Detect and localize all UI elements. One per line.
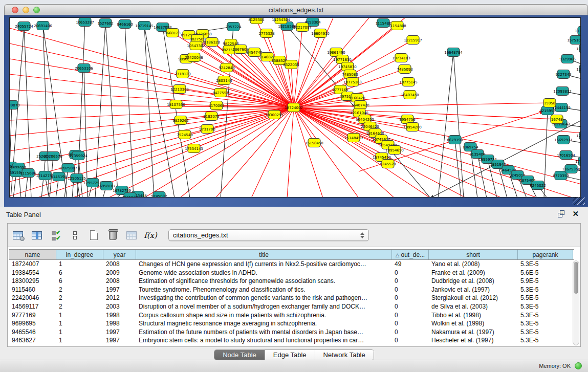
graph-node[interactable]: 8125304	[248, 18, 265, 24]
column-header-name[interactable]: name	[9, 250, 56, 259]
graph-node[interactable]: 16604910	[311, 29, 330, 38]
svg-text:12217097: 12217097	[293, 26, 312, 30]
cell-pagerank: 5.3E-5	[518, 311, 573, 320]
cell-year: 1998	[103, 311, 136, 320]
graph-node[interactable]: 15158450	[305, 139, 323, 147]
graph-node[interactable]: 8427552	[212, 89, 228, 97]
svg-text:2775328: 2775328	[258, 32, 274, 36]
create-column-icon[interactable]	[86, 228, 101, 243]
network-canvas[interactable]: 2405572420691406106532871527602846616010…	[10, 18, 581, 198]
graph-node[interactable]: 16648784	[444, 48, 463, 57]
graph-node[interactable]: 8660123	[164, 29, 180, 37]
graph-node[interactable]: 9182075	[203, 112, 219, 121]
clear-selection-icon[interactable]	[68, 228, 82, 243]
resize-grip[interactable]	[573, 198, 585, 205]
graph-node[interactable]: 7845032	[122, 193, 138, 198]
tab-node-table[interactable]: Node Table	[214, 350, 265, 360]
node-table: namein_degreeyeartitle△out_de...shortpag…	[9, 249, 574, 345]
table-row[interactable]: 1830029562008Estimation of significance …	[9, 277, 574, 286]
graph-node[interactable]: 2803144	[216, 76, 232, 85]
graph-node[interactable]: 16748	[551, 115, 563, 124]
graph-node[interactable]: 16407450	[401, 91, 419, 99]
column-header-pagerank[interactable]: pagerank	[518, 250, 573, 259]
graph-node[interactable]: 20691406	[34, 21, 52, 30]
table-row[interactable]: 2242004622012Investigating the contribut…	[9, 294, 574, 302]
graph-node[interactable]: 11125040	[575, 27, 581, 35]
column-header-short[interactable]: short	[429, 250, 518, 259]
svg-text:19745830: 19745830	[338, 65, 357, 69]
graph-node[interactable]: 9227343	[555, 70, 571, 79]
table-selector-dropdown[interactable]: citations_edges.txt	[168, 229, 369, 241]
graph-node[interactable]: 8466160	[117, 20, 133, 29]
select-all-icon[interactable]: ✔✔	[49, 228, 63, 243]
tab-edge-table[interactable]: Edge Table	[265, 350, 315, 360]
table-row[interactable]: 1938455462009Genome-wide association stu…	[9, 269, 574, 277]
graph-node[interactable]: 9242848	[219, 63, 234, 72]
graph-node[interactable]: 17016504	[557, 151, 575, 160]
graph-node[interactable]: 20653106	[75, 64, 93, 73]
graph-node[interactable]: 7524540	[177, 130, 192, 139]
graph-node[interactable]: 7485093	[397, 65, 412, 74]
cell-year: 2008	[103, 277, 136, 286]
memory-ok-icon[interactable]	[575, 362, 582, 369]
graph-node[interactable]: 9245520	[380, 160, 396, 168]
graph-node[interactable]: 24055724	[15, 22, 33, 31]
graph-node[interactable]: 15958	[543, 99, 556, 107]
column-header-in_degree[interactable]: in_degree	[56, 250, 103, 259]
graph-edge	[186, 59, 294, 107]
cell-name: 18300295	[9, 277, 56, 286]
graph-node[interactable]: 18107550	[167, 100, 185, 109]
graph-node[interactable]: 9731700	[199, 125, 215, 134]
graph-node[interactable]: 9245032	[151, 192, 167, 198]
graph-node[interactable]: 17106500	[575, 157, 581, 166]
graph-node[interactable]: 1145194	[51, 172, 67, 181]
graph-node[interactable]: 1527602	[97, 19, 113, 28]
table-row[interactable]: 1456911722003Disruption of a novel membe…	[9, 302, 574, 311]
graph-node[interactable]: 15751074	[567, 36, 581, 45]
graph-node[interactable]: 2775328	[258, 29, 274, 38]
svg-text:16407450: 16407450	[401, 93, 419, 97]
graph-node[interactable]: 8186328	[204, 38, 220, 47]
graph-node[interactable]: 8679190	[447, 136, 463, 144]
column-header-title[interactable]: title	[136, 250, 392, 259]
svg-text:8322035: 8322035	[283, 63, 299, 67]
table-row[interactable]: 946554611997Estimation of the future num…	[9, 328, 574, 337]
graph-node[interactable]: 9245022	[530, 181, 546, 190]
graph-node[interactable]: 10719145	[135, 21, 154, 30]
table-row[interactable]: 977716911998Corpus callosum shape and si…	[9, 311, 574, 320]
table-row[interactable]: 1872400712008Changes of HCN gene express…	[9, 260, 574, 269]
graph-node[interactable]: 15692971	[554, 136, 573, 144]
graph-node[interactable]: 9829262	[172, 116, 188, 125]
table-row[interactable]: 969969511998Structural magnetic resonanc…	[9, 319, 574, 328]
graph-node[interactable]: 10653287	[76, 18, 94, 27]
graph-node[interactable]: 10465320	[576, 45, 581, 53]
graph-node[interactable]: 12093832	[553, 87, 572, 96]
table-vertical-scrollbar[interactable]	[573, 260, 579, 345]
graph-node[interactable]: 4170064	[208, 101, 225, 110]
column-header-year[interactable]: year	[103, 250, 136, 259]
graph-node[interactable]: 12773430	[576, 65, 581, 74]
close-panel-icon[interactable]: ✕	[572, 210, 579, 217]
graph-node[interactable]: 8322035	[283, 60, 299, 69]
graph-node[interactable]: 9329966	[559, 55, 576, 63]
tab-network-table[interactable]: Network Table	[315, 350, 374, 360]
delete-column-icon[interactable]	[105, 228, 120, 243]
cell-out_degree: 0	[392, 336, 429, 345]
float-panel-icon[interactable]	[558, 210, 565, 217]
scrollbar-thumb[interactable]	[574, 262, 578, 294]
table-mode-icon[interactable]	[11, 228, 25, 243]
table-row[interactable]: 946362711997Embryonic stem cells: a mode…	[9, 336, 574, 345]
graph-node[interactable]: 2718120	[175, 70, 190, 78]
close-window-button[interactable]	[12, 7, 18, 13]
function-builder-icon[interactable]: f(x)	[143, 228, 158, 243]
table-row[interactable]: 911546021997Tourette syndrome. Phenomeno…	[9, 286, 574, 294]
zoom-window-button[interactable]	[33, 7, 40, 13]
graph-node[interactable]: 18775145	[399, 78, 418, 86]
graph-node[interactable]: 1115686	[20, 169, 36, 178]
graph-node[interactable]: 7957224	[225, 23, 242, 31]
window-titlebar[interactable]: citations_edges.txt	[4, 4, 588, 15]
show-columns-icon[interactable]	[30, 228, 44, 243]
minimize-window-button[interactable]	[23, 7, 29, 13]
graph-node[interactable]: 12215917	[404, 36, 422, 45]
column-header-out_degree[interactable]: △out_de...	[392, 250, 429, 259]
